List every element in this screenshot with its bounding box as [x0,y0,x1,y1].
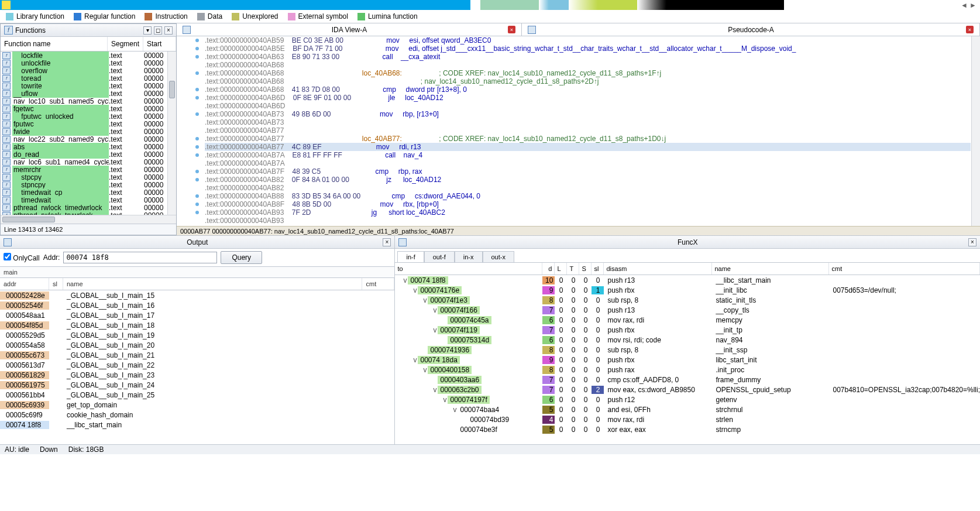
function-row[interactable]: f__stpncpy.text00000 [1,181,176,188]
disasm-row[interactable]: .text:000000000040AB82 [205,184,971,192]
disasm-row[interactable]: .text:000000000040AB6D 0F 8E 9F 01 00 00… [205,94,971,102]
disasm-row[interactable]: .text:000000000040AB7A [205,159,971,167]
funcx-row[interactable]: v000074baa450000and esi, 0FFhstrchrnul [395,404,980,414]
tab-ida-view[interactable]: IDA View-A × [177,23,522,36]
col-L[interactable]: L [555,263,567,275]
funcx-tab[interactable]: in-x [455,251,483,262]
output-list[interactable]: 000052428e_GLOBAL__sub_I_main_1500005254… [0,290,394,444]
output-row[interactable]: 0000561829_GLOBAL__sub_I_main_23 [0,370,394,380]
disasm-row[interactable]: .text:000000000040AB6D [205,102,971,110]
col-d[interactable]: d [542,263,555,275]
col-sl[interactable]: sl [592,263,604,275]
col-cmt[interactable]: cmt [829,263,980,275]
disasm-row[interactable]: .text:000000000040AB93 7F 2D jg short lo… [205,208,971,217]
output-row[interactable]: 00005c69f9cookie_hash_domain [0,410,394,420]
funcx-list[interactable]: v00074 18f8100000push r13__libc_start_ma… [395,275,980,444]
col-start[interactable]: Start [143,37,176,51]
tree-toggle-icon[interactable]: v [422,296,428,304]
tree-toggle-icon[interactable]: v [432,386,438,394]
function-row[interactable]: f__fputwc_unlocked.text00000 [1,112,176,120]
function-row[interactable]: fnav_loc10_sub1_named5_cycle.text00000 [1,97,176,105]
function-row[interactable]: fmemrchr.text00000 [1,166,176,173]
function-row[interactable]: f__towrite.text00000 [1,82,176,90]
output-columns[interactable]: addr sl name cmt [0,278,394,290]
function-row[interactable]: f__stpcpy.text00000 [1,173,176,181]
tree-toggle-icon[interactable]: v [442,396,448,404]
function-row[interactable]: fabs.text00000 [1,143,176,150]
disasm-row[interactable]: .text:000000000040AB8F 48 8B 5D 00 mov r… [205,200,971,208]
disasm-row[interactable]: .text:000000000040AB59 BE C0 3E AB 00 mo… [205,36,971,44]
tree-toggle-icon[interactable]: v [412,286,418,294]
funcx-row[interactable]: 0000403aa670000cmp cs:off_AADFD8, 0frame… [395,375,980,385]
disasm-row[interactable]: .text:000000000040AB77 4C 89 EF mov rdi,… [205,143,971,151]
output-row[interactable]: 00005529d5_GLOBAL__sub_I_main_19 [0,330,394,340]
funcx-row[interactable]: 000074be3f50000xor eax, eaxstrncmp [395,424,980,434]
funcx-row[interactable]: 000074bd3940000mov rax, rdistrlen [395,414,980,424]
function-row[interactable]: fpthread_rwlock_timedwrlock.text00000 [1,204,176,211]
function-row[interactable]: ffwide.text00000 [1,128,176,135]
funcx-row[interactable]: v000074f1e380000sub rsp, 8static_init_tl… [395,295,980,305]
function-row[interactable]: ffputwc.text00000 [1,120,176,128]
funcx-tab[interactable]: out-x [483,251,514,262]
onlycall-checkbox[interactable]: OnlyCall [4,253,40,262]
functions-list[interactable]: f__lockfile.text00000f__unlockfile.text0… [1,52,176,215]
tree-toggle-icon[interactable]: v [422,366,428,374]
col-name[interactable]: Function name [1,37,108,51]
tab-close-button[interactable]: × [966,26,974,33]
disasm-row[interactable]: .text:000000000040AB7F 48 39 C5 cmp rbp,… [205,167,971,176]
funcx-columns[interactable]: to d L T S sl disasm name cmt [395,263,980,275]
col-sl[interactable]: sl [49,278,63,290]
disasm-row[interactable]: .text:000000000040AB68 ; nav_loc14_sub10… [205,77,971,85]
funcx-row[interactable]: v000074197f60000push r12getenv [395,395,980,404]
tab-close-button[interactable]: × [508,26,515,33]
disasm-row[interactable]: .text:000000000040AB77 loc_40AB77: ; COD… [205,135,971,143]
funcx-row[interactable]: v000040015880000push rax.init_proc [395,365,980,375]
funcx-row[interactable]: 000075314d60000mov rsi, rdi; codenav_894 [395,335,980,345]
output-row[interactable]: 0000554a58_GLOBAL__sub_I_main_20 [0,340,394,350]
query-button[interactable]: Query [221,251,262,264]
disasm-vscroll[interactable] [971,36,980,235]
funcx-row[interactable]: v000074176e90001push rbx__init_libc0075d… [395,285,980,295]
funcx-row[interactable]: 000074c45a60000mov rax, rdimemcpy [395,315,980,325]
output-row[interactable]: 000055c673_GLOBAL__sub_I_main_21 [0,350,394,360]
function-row[interactable]: fnav_loc6_sub1_named4_cycle_0.text00000 [1,158,176,166]
funcx-row[interactable]: 000074193680000sub rsp, 8__init_ssp [395,345,980,355]
function-row[interactable]: f__lockfile.text00000 [1,52,176,59]
disasm-row[interactable]: .text:000000000040AB77 [205,126,971,135]
function-row[interactable]: ffgetwc.text00000 [1,105,176,112]
disasm-row[interactable]: .text:000000000040AB73 [205,118,971,126]
col-addr[interactable]: addr [0,278,49,290]
panel-close-button[interactable]: × [383,238,391,246]
function-row[interactable]: f__unlockfile.text00000 [1,59,176,67]
col-segment[interactable]: Segment [108,37,143,51]
disasm-row[interactable]: .text:000000000040AB5E BF DA 7F 71 00 mo… [205,44,971,53]
output-row[interactable]: 00005c6939get_top_domain [0,400,394,410]
function-row[interactable]: f__timedwait_cp.text00000 [1,188,176,196]
disasm-view[interactable]: .text:000000000040AB59 BE C0 3E AB 00 mo… [177,36,980,235]
funcx-row[interactable]: v000074f16670000push r13__copy_tls [395,305,980,315]
output-row[interactable]: 000054f85d_GLOBAL__sub_I_main_18 [0,320,394,330]
disasm-row[interactable]: .text:000000000040AB93 [205,217,971,225]
function-row[interactable]: f__uflow.text00000 [1,90,176,97]
panel-close-button[interactable]: × [164,26,173,35]
function-row[interactable]: f__overflow.text00000 [1,67,176,74]
panel-menu-button[interactable]: ▾ [143,26,152,35]
functions-columns[interactable]: Function name Segment Start [1,37,176,52]
function-row[interactable]: f__toread.text00000 [1,74,176,82]
funcx-row[interactable]: v000074f11970000push rbx__init_tp [395,325,980,335]
output-row[interactable]: 0000561bb4_GLOBAL__sub_I_main_25 [0,390,394,400]
col-cmt[interactable]: cmt [362,278,394,290]
disasm-row[interactable]: .text:000000000040AB73 49 8B 6D 00 mov r… [205,110,971,118]
funcx-row[interactable]: v000063c2b070002mov eax, cs:dword_AB9850… [395,385,980,395]
panel-close-button[interactable]: × [968,238,976,246]
output-row[interactable]: 0000561975_GLOBAL__sub_I_main_24 [0,380,394,390]
output-row[interactable]: 00005613d7_GLOBAL__sub_I_main_22 [0,360,394,370]
panel-undock-button[interactable]: ◻ [154,26,162,35]
addr-input[interactable] [63,252,217,263]
functions-hscroll[interactable] [1,215,176,224]
tree-toggle-icon[interactable]: v [432,326,438,334]
tab-pseudocode[interactable]: Pseudocode-A × [522,23,980,36]
col-name[interactable]: name [63,278,362,290]
disasm-row[interactable]: .text:000000000040AB7A E8 81 FF FF FF ca… [205,151,971,159]
output-row[interactable]: 00074 18f8__libc_start_main [0,420,394,430]
